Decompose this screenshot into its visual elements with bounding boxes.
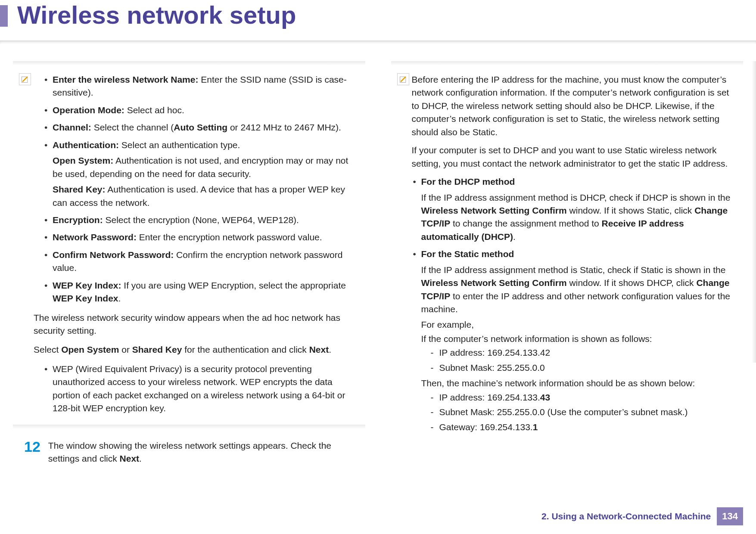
right-edge-shade (752, 61, 756, 363)
item-channel: Channel: Select the channel (Auto Settin… (43, 121, 361, 134)
text: window. If it shows DHCP, click (567, 278, 697, 288)
label: Network Password: (53, 232, 137, 242)
dhcp-heading: For the DHCP method (421, 177, 515, 186)
auto-setting: Auto Setting (174, 122, 227, 132)
label: Operation Mode: (53, 105, 124, 115)
dhcp-desc: If the IP address assignment method is D… (421, 191, 739, 244)
content-columns: Enter the wireless Network Name: Enter t… (0, 44, 756, 466)
text: The window showing the wireless network … (48, 441, 331, 463)
computer-ip: IP address: 169.254.133.42 (431, 346, 739, 359)
window-name: Wireless Network Setting Confirm (421, 205, 567, 215)
header-accent (0, 5, 8, 27)
text: Gateway: 169.254.133. (439, 422, 533, 432)
label: Authentication: (53, 140, 119, 150)
label: Open System: (53, 155, 113, 165)
select-auth-note: Select Open System or Shared Key for the… (34, 343, 361, 356)
header-divider (0, 40, 756, 44)
text: If the IP address assignment method is S… (421, 265, 726, 275)
ip-intro-1: Before entering the IP address for the m… (412, 73, 739, 139)
machine-mask: Subnet Mask: 255.255.0.0 (Use the comput… (431, 406, 739, 419)
right-content: Before entering the IP address for the m… (391, 73, 744, 434)
wep-desc-list: WEP (Wired Equivalent Privacy) is a secu… (43, 363, 361, 415)
footer-chapter: 2. Using a Network-Connected Machine (541, 511, 711, 522)
left-content: Enter the wireless Network Name: Enter t… (13, 73, 365, 415)
label: Encryption: (53, 215, 103, 225)
open-system: Open System (61, 345, 119, 354)
text: IP address: 169.254.133. (439, 392, 540, 402)
item-operation-mode: Operation Mode: Select ad hoc. (43, 104, 361, 117)
computer-mask: Subnet Mask: 255.255.0.0 (431, 361, 739, 374)
shared-key: Shared Key (132, 345, 182, 354)
text: or (119, 345, 132, 354)
column-top-shade (391, 61, 744, 65)
next-label: Next (120, 453, 140, 463)
ip-bold: 43 (540, 392, 550, 402)
example-label: For example, (421, 318, 739, 331)
step-12: 12 The window showing the wireless netwo… (13, 439, 365, 466)
machine-info-list: IP address: 169.254.133.43 Subnet Mask: … (421, 391, 739, 434)
text: to enter the IP address and other networ… (421, 291, 731, 314)
text: to change the assignment method to (450, 218, 601, 228)
text: for the authentication and click (182, 345, 309, 354)
ip-intro-2: If your computer is set to DHCP and you … (412, 144, 739, 170)
item-authentication: Authentication: Select an authentication… (43, 139, 361, 209)
next-label: Next (309, 345, 329, 354)
text: Select (34, 345, 61, 354)
item-network-password: Network Password: Enter the encryption n… (43, 231, 361, 244)
text: If the IP address assignment method is D… (421, 192, 731, 202)
computer-info-lead: If the computer’s network information is… (421, 332, 739, 345)
auth-shared: Shared Key: Authentication is used. A de… (53, 183, 361, 209)
item-confirm-password: Confirm Network Password: Confirm the en… (43, 248, 361, 275)
machine-ip: IP address: 169.254.133.43 (431, 391, 739, 404)
label: Enter the wireless Network Name: (53, 75, 198, 84)
static-heading: For the Static method (421, 249, 514, 259)
column-top-shade (13, 61, 365, 65)
security-window-note: The wireless network security window app… (34, 311, 361, 338)
static-method: For the Static method If the IP address … (412, 248, 739, 434)
text: . (118, 293, 121, 303)
text: Select the encryption (None, WEP64, WEP1… (103, 215, 299, 225)
text: Select the channel ( (91, 122, 174, 132)
text: or 2412 MHz to 2467 MHz). (227, 122, 341, 132)
auth-open: Open System: Authentication is not used,… (53, 154, 361, 180)
footer-page-number: 134 (717, 507, 743, 525)
text: Enter the encryption network password va… (137, 232, 322, 242)
method-list: For the DHCP method If the IP address as… (412, 175, 739, 434)
text: window. If it shows Static, click (567, 205, 694, 215)
settings-list: Enter the wireless Network Name: Enter t… (43, 73, 361, 305)
label: Channel: (53, 122, 91, 132)
note-icon (19, 73, 31, 85)
page-footer: 2. Using a Network-Connected Machine 134 (541, 507, 743, 525)
static-desc: If the IP address assignment method is S… (421, 264, 739, 316)
gw-bold: 1 (533, 422, 538, 432)
wep-key-index: WEP Key Index (53, 293, 118, 303)
text: . (139, 453, 142, 463)
label: WEP Key Index: (53, 280, 121, 290)
item-ssid: Enter the wireless Network Name: Enter t… (43, 73, 361, 99)
label: Shared Key: (53, 184, 106, 194)
column-bottom-shade (13, 425, 365, 429)
text: Select ad hoc. (124, 105, 184, 115)
note-icon (397, 73, 409, 85)
machine-gateway: Gateway: 169.254.133.1 (431, 421, 739, 434)
page-header: Wireless network setup (0, 0, 756, 39)
dhcp-method: For the DHCP method If the IP address as… (412, 175, 739, 243)
page-title: Wireless network setup (17, 0, 756, 28)
text: Select an authentication type. (119, 140, 240, 150)
wep-description: WEP (Wired Equivalent Privacy) is a secu… (43, 363, 361, 415)
text: . (329, 345, 331, 354)
item-wep-key-index: WEP Key Index: If you are using WEP Encr… (43, 279, 361, 305)
machine-info-lead: Then, the machine’s network information … (421, 377, 739, 390)
computer-info-list: IP address: 169.254.133.42 Subnet Mask: … (421, 346, 739, 374)
item-encryption: Encryption: Select the encryption (None,… (43, 214, 361, 227)
step-text: The window showing the wireless network … (48, 439, 361, 466)
left-column: Enter the wireless Network Name: Enter t… (13, 61, 365, 466)
text: . (513, 232, 516, 242)
window-name: Wireless Network Setting Confirm (421, 278, 567, 288)
right-column: Before entering the IP address for the m… (391, 61, 744, 466)
label: Confirm Network Password: (53, 250, 174, 260)
text: If you are using WEP Encryption, select … (121, 280, 346, 290)
step-number: 12 (24, 439, 40, 454)
